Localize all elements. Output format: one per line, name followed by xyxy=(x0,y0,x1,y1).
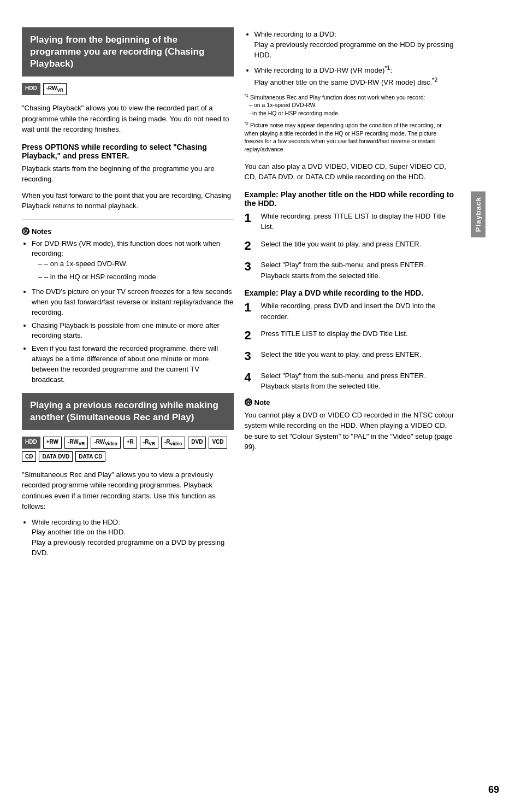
note-sub-list: – on a 1x-speed DVD-RW. – in the HQ or H… xyxy=(38,259,234,283)
notes-list: For DVD-RWs (VR mode), this function doe… xyxy=(32,239,234,385)
page: Playing from the beginning of the progra… xyxy=(0,0,521,812)
example2-step3: 3 Select the title you want to play, and… xyxy=(245,349,457,363)
right-note-icon: ⑭ xyxy=(245,398,252,406)
section2-bullets: While recording to the HDD: Play another… xyxy=(32,517,234,558)
two-col-layout: Playing from the beginning of the progra… xyxy=(22,27,456,563)
note-item-2: The DVD's picture on your TV screen free… xyxy=(32,287,234,318)
note-item-4: Even if you fast forward the recorded pr… xyxy=(32,344,234,385)
example1-step3: 3 Select "Play" from the sub-menu, and p… xyxy=(245,260,457,281)
footnote-2: *2 Picture noise may appear depending up… xyxy=(245,120,457,153)
example1-step1: 1 While recording, press TITLE LIST to d… xyxy=(245,211,457,232)
section1-body2: When you fast forward to the point that … xyxy=(22,190,234,211)
right-bullet-2: While recording to a DVD-RW (VR mode)*1:… xyxy=(254,64,457,88)
note-icon: ⑭ xyxy=(22,227,29,235)
section1-badges: HDD -RWVR xyxy=(22,83,234,95)
footnote-1: *1 Simultaneous Rec and Play function do… xyxy=(245,92,457,117)
right-top-bullets: While recording to a DVD: Play a previou… xyxy=(254,30,457,88)
note-sub-1a: – on a 1x-speed DVD-RW. xyxy=(38,259,234,269)
section1-intro: "Chasing Playback" allows you to view th… xyxy=(22,103,234,135)
section1-notes: ⑭ Notes For DVD-RWs (VR mode), this func… xyxy=(22,227,234,385)
sidebar-tab: Playback xyxy=(470,16,486,796)
right-bullet-1: While recording to a DVD: Play a previou… xyxy=(254,30,457,61)
badge-rw: +RW xyxy=(43,437,62,449)
badge-rwvideo: -RWVideo xyxy=(91,437,120,449)
badge-datadvd: DATA DVD xyxy=(39,451,73,462)
notes-title: ⑭ Notes xyxy=(22,227,234,236)
badge-rvideo: -Rvideo xyxy=(161,437,185,449)
badge-hdd: HDD xyxy=(22,83,40,95)
sidebar-label: Playback xyxy=(471,191,486,237)
note-item-3: Chasing Playback is possible from one mi… xyxy=(32,321,234,342)
page-number: 69 xyxy=(488,784,499,796)
example2-step1: 1 While recording, press DVD and insert … xyxy=(245,301,457,322)
example2-step2: 2 Press TITLE LIST to display the DVD Ti… xyxy=(245,328,457,343)
section1-subheading: Press OPTIONS while recording to select … xyxy=(22,143,234,160)
badge-dvd: DVD xyxy=(188,437,206,449)
badge-hdd2: HDD xyxy=(22,437,40,449)
badge-vcd: VCD xyxy=(209,437,227,449)
section2-header: Playing a previous recording while makin… xyxy=(22,393,234,430)
section2-bullet-1: While recording to the HDD: Play another… xyxy=(32,517,234,558)
right-note-text: You cannot play a DVD or VIDEO CD record… xyxy=(245,410,457,452)
badge-rplus: +R xyxy=(123,437,137,449)
section1-body1: Playback starts from the beginning of th… xyxy=(22,163,234,185)
right-mid-text: You can also play a DVD VIDEO, VIDEO CD,… xyxy=(245,161,457,183)
badge-rwvr2: -RWVR xyxy=(64,437,88,449)
right-note: ⑭ Note You cannot play a DVD or VIDEO CD… xyxy=(245,398,457,452)
example2-step4: 4 Select "Play" from the sub-menu, and p… xyxy=(245,370,457,392)
badge-datacd: DATA CD xyxy=(75,451,105,462)
right-column: While recording to a DVD: Play a previou… xyxy=(245,27,457,563)
right-note-title: ⑭ Note xyxy=(245,398,457,407)
note-sub-1b: – in the HQ or HSP recording mode. xyxy=(38,272,234,283)
badge-cd: CD xyxy=(22,451,36,462)
section1-header: Playing from the beginning of the progra… xyxy=(22,27,234,77)
left-column: Playing from the beginning of the progra… xyxy=(22,27,234,563)
example1-step2: 2 Select the title you want to play, and… xyxy=(245,239,457,253)
section2-intro: "Simultaneous Rec and Play" allows you t… xyxy=(22,469,234,512)
divider xyxy=(22,219,234,220)
example2-heading: Example: Play a DVD while recording to t… xyxy=(245,289,457,297)
main-content: Playing from the beginning of the progra… xyxy=(0,16,470,796)
badge-rvr: -RVR xyxy=(140,437,158,449)
badge-rwvr: -RWVR xyxy=(43,83,67,95)
section2-badges: HDD +RW -RWVR -RWVideo +R -RVR -Rvideo D… xyxy=(22,437,234,462)
example1-heading: Example: Play another title on the HDD w… xyxy=(245,190,457,208)
note-item-1: For DVD-RWs (VR mode), this function doe… xyxy=(32,239,234,283)
